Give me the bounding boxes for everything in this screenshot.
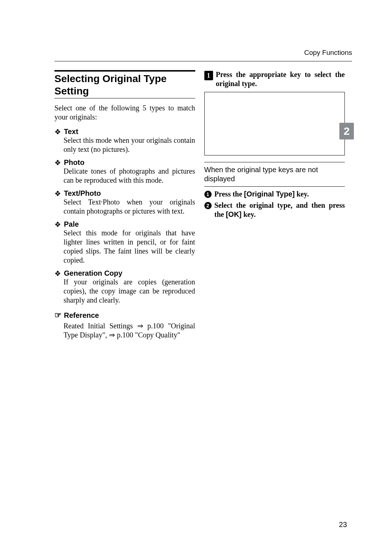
title-rule-thin: [54, 98, 195, 98]
substep-suffix: key.: [242, 210, 256, 218]
substep-suffix: key.: [295, 190, 309, 198]
chapter-number: 2: [344, 125, 350, 137]
item-title: Photo: [64, 158, 85, 167]
substep-prefix: Press the: [215, 190, 244, 198]
item-head: ❖ Pale: [54, 220, 195, 228]
content-area: Selecting Original Type Setting Select o…: [54, 70, 345, 340]
section-name: Copy Functions: [54, 49, 352, 57]
item-title: Text/Photo: [64, 189, 101, 198]
page-number: 23: [339, 520, 347, 529]
intro-paragraph: Select one of the following 5 types to m…: [54, 104, 195, 122]
reference-head: ☞ Reference: [54, 311, 195, 320]
substep-text: Press the [Original Type] key.: [215, 190, 345, 199]
left-column: Selecting Original Type Setting Select o…: [54, 70, 195, 340]
substep-1: 1 Press the [Original Type] key.: [204, 190, 345, 199]
item-head: ❖ Generation Copy: [54, 269, 195, 278]
item-photo: ❖ Photo Delicate tones of photographs an…: [54, 158, 195, 185]
title-rule-thick: [54, 70, 195, 72]
reference-title: Reference: [64, 311, 99, 320]
key-label: [OK]: [226, 210, 241, 218]
item-text-photo: ❖ Text/Photo Select Text·Photo when your…: [54, 189, 195, 216]
circle-number-icon: 2: [204, 202, 212, 209]
page-header: Copy Functions: [54, 49, 352, 61]
item-title: Text: [64, 127, 78, 136]
item-title: Pale: [64, 220, 79, 228]
item-body: Select this mode when your originals con…: [64, 136, 195, 154]
item-pale: ❖ Pale Select this mode for originals th…: [54, 220, 195, 265]
reference-icon: ☞: [54, 311, 62, 320]
substep-2: 2 Select the original type, and then pre…: [204, 201, 345, 219]
item-head: ❖ Photo: [54, 158, 195, 167]
document-page: Copy Functions Selecting Original Type S…: [0, 0, 392, 555]
header-rule: [54, 61, 352, 61]
item-text: ❖ Text Select this mode when your origin…: [54, 127, 195, 154]
screenshot-placeholder: [204, 92, 345, 155]
item-body: Select this mode for originals that have…: [64, 228, 195, 265]
item-body: Select Text·Photo when your originals co…: [64, 198, 195, 216]
substep-text: Select the original type, and then press…: [215, 201, 345, 219]
step-1: 1 Press the appropriate key to select th…: [204, 70, 345, 88]
item-body: Delicate tones of photographs and pictur…: [64, 167, 195, 185]
diamond-icon: ❖: [54, 128, 61, 135]
diamond-icon: ❖: [54, 221, 61, 228]
subsection-title: When the original type keys are not disp…: [204, 165, 345, 183]
item-body: If your originals are copies (generation…: [64, 278, 195, 305]
step-number-icon: 1: [204, 71, 213, 80]
diamond-icon: ❖: [54, 190, 61, 197]
item-head: ❖ Text/Photo: [54, 189, 195, 198]
diamond-icon: ❖: [54, 270, 61, 277]
key-label: [Original Type]: [244, 190, 295, 198]
chapter-tab: 2: [339, 123, 354, 139]
reference-body: Reated Initial Settings ⇒ p.100 "Origina…: [64, 321, 195, 340]
item-title: Generation Copy: [64, 269, 122, 278]
section-title: Selecting Original Type Setting: [54, 73, 195, 97]
diamond-icon: ❖: [54, 159, 61, 166]
subsection-rule-bottom: [204, 186, 345, 187]
item-head: ❖ Text: [54, 127, 195, 136]
circle-number-icon: 1: [204, 191, 212, 198]
subsection-rule-top: [204, 162, 345, 162]
item-generation-copy: ❖ Generation Copy If your originals are …: [54, 269, 195, 305]
right-column: 1 Press the appropriate key to select th…: [204, 70, 345, 340]
step-text: Press the appropriate key to select the …: [216, 70, 345, 88]
